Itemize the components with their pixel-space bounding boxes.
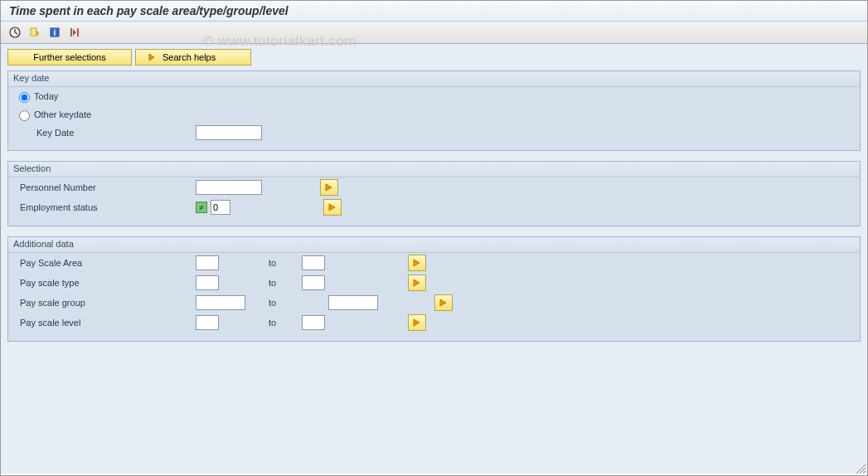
arrow-right-icon	[412, 318, 422, 328]
page-title: Time spent in each pay scale area/type/g…	[1, 1, 867, 22]
to-label: to	[219, 258, 302, 268]
arrow-right-icon	[148, 52, 158, 62]
not-equal-icon[interactable]: ≠	[196, 202, 207, 213]
pay-scale-type-label: Pay scale type	[13, 278, 196, 288]
pay-scale-area-to[interactable]	[302, 255, 325, 270]
table-row: Pay scale level to	[8, 313, 860, 333]
to-label: to	[245, 298, 328, 308]
arrow-right-icon	[412, 278, 422, 288]
selection-title: Selection	[8, 162, 860, 177]
keydate-group: Key date Today Other keydate Key Date	[7, 70, 861, 151]
to-label: to	[219, 318, 302, 328]
arrow-right-icon	[327, 202, 337, 212]
keydate-input[interactable]	[196, 125, 262, 140]
pay-scale-level-label: Pay scale level	[13, 318, 196, 328]
table-row: Pay scale group to	[8, 293, 860, 313]
pay-scale-group-label: Pay scale group	[13, 298, 196, 308]
employment-status-multi-button[interactable]	[323, 199, 342, 216]
pay-scale-group-multi-button[interactable]	[434, 294, 453, 311]
execute-icon[interactable]	[7, 25, 22, 40]
content-area: Further selections Search helps Key date…	[1, 44, 867, 474]
arrow-right-icon	[324, 182, 334, 192]
selection-group: Selection Personnel Number Employment st…	[7, 161, 861, 226]
variant-icon[interactable]	[27, 25, 42, 40]
collapse-icon[interactable]	[67, 25, 82, 40]
svg-line-2	[15, 32, 17, 34]
pay-scale-group-to[interactable]	[328, 295, 378, 310]
personnel-number-label: Personnel Number	[13, 182, 196, 192]
today-label: Today	[34, 91, 58, 101]
other-keydate-label: Other keydate	[34, 109, 91, 119]
info-icon[interactable]: i	[47, 25, 62, 40]
to-label: to	[219, 278, 302, 288]
additional-group: Additional data Pay Scale Area to Pay sc…	[7, 236, 861, 342]
other-keydate-radio[interactable]	[19, 110, 30, 121]
arrow-right-icon	[412, 258, 422, 268]
pay-scale-area-label: Pay Scale Area	[13, 258, 196, 268]
pay-scale-type-from[interactable]	[196, 275, 219, 290]
today-radio[interactable]	[19, 92, 30, 103]
svg-text:i: i	[54, 28, 56, 37]
further-selections-button[interactable]: Further selections	[7, 49, 132, 66]
pay-scale-type-multi-button[interactable]	[408, 274, 426, 291]
resize-handle-icon	[855, 463, 866, 474]
pay-scale-group-from[interactable]	[196, 295, 245, 310]
keydate-title: Key date	[8, 71, 860, 87]
pay-scale-level-from[interactable]	[196, 315, 219, 330]
personnel-number-multi-button[interactable]	[320, 179, 338, 196]
pay-scale-type-to[interactable]	[302, 275, 325, 290]
search-helps-button[interactable]: Search helps	[135, 49, 251, 66]
pay-scale-level-to[interactable]	[302, 315, 325, 330]
main-toolbar: i	[1, 22, 867, 44]
employment-status-input[interactable]	[211, 200, 230, 215]
pay-scale-area-multi-button[interactable]	[408, 255, 426, 271]
table-row: Pay scale type to	[8, 273, 860, 293]
arrow-right-icon	[439, 298, 449, 308]
table-row: Pay Scale Area to	[8, 253, 860, 273]
keydate-field-label: Key Date	[13, 128, 196, 138]
additional-title: Additional data	[8, 237, 860, 253]
search-helps-label: Search helps	[162, 52, 216, 62]
svg-line-10	[863, 471, 866, 474]
pay-scale-area-from[interactable]	[196, 255, 219, 270]
svg-line-9	[860, 468, 866, 474]
personnel-number-input[interactable]	[196, 180, 262, 195]
pay-scale-level-multi-button[interactable]	[408, 314, 426, 331]
employment-status-label: Employment status	[13, 202, 196, 212]
further-selections-label: Further selections	[33, 52, 105, 62]
svg-rect-3	[31, 28, 36, 36]
